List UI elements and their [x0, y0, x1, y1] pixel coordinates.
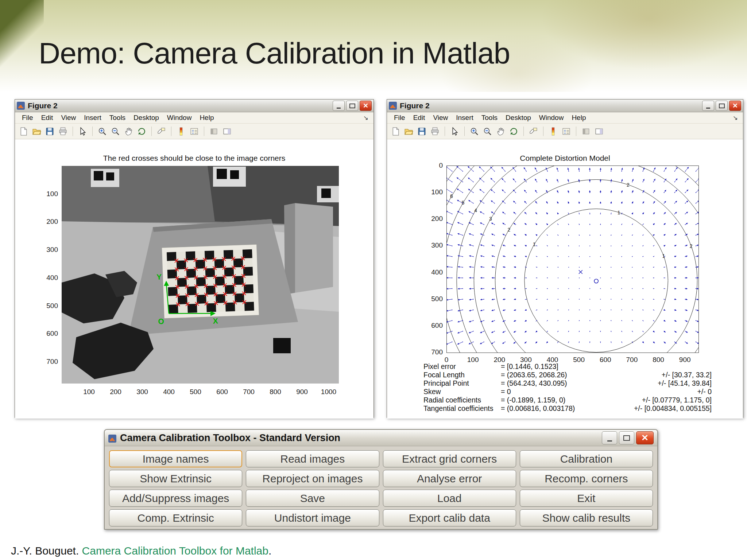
data-cursor-icon[interactable]: [527, 125, 539, 137]
toolbox-button-comp-extrinsic[interactable]: Comp. Extrinsic: [109, 509, 242, 526]
toolbar-separator: [464, 127, 465, 136]
menu-insert[interactable]: Insert: [80, 113, 105, 122]
figure-palette-icon[interactable]: [580, 125, 592, 137]
menu-insert[interactable]: Insert: [452, 113, 477, 122]
citation-prefix: J.-Y. Bouguet.: [11, 545, 82, 557]
close-button[interactable]: ✕: [360, 101, 372, 111]
figure-palette-icon[interactable]: [208, 125, 220, 137]
toolbox-button-export-calib-data[interactable]: Export calib data: [383, 509, 516, 526]
toolbar-separator: [73, 127, 73, 136]
print-figure-icon[interactable]: [429, 125, 441, 137]
contour-label: 1: [618, 210, 620, 215]
toolbox-button-recomp-corners[interactable]: Recomp. corners: [520, 470, 653, 487]
dock-arrow-icon[interactable]: ↘: [733, 114, 740, 122]
save-figure-icon[interactable]: [44, 125, 56, 137]
rotate-3d-icon[interactable]: [136, 125, 148, 137]
maximize-button[interactable]: [346, 101, 358, 111]
contour-label: 4: [474, 207, 477, 213]
open-file-icon[interactable]: [403, 125, 415, 137]
save-figure-icon[interactable]: [416, 125, 428, 137]
x-axis-tick-label: 900: [291, 388, 313, 396]
toolbox-button-add-suppress-images[interactable]: Add/Suppress images: [109, 490, 242, 507]
figure-window-left: Figure 2 ✕ FileEditViewInsertToolsDeskto…: [15, 99, 374, 418]
zoom-out-icon[interactable]: [109, 125, 121, 137]
new-figure-icon[interactable]: [18, 125, 30, 137]
insert-colorbar-icon[interactable]: [547, 125, 559, 137]
plot-region-calibration-image: The red crosses should be close to the i…: [15, 139, 374, 419]
zoom-out-icon[interactable]: [481, 125, 494, 137]
toolbox-button-image-names[interactable]: Image names: [109, 450, 242, 467]
menu-tools[interactable]: Tools: [105, 113, 129, 122]
pan-icon[interactable]: [495, 125, 507, 137]
new-figure-icon[interactable]: [390, 125, 402, 137]
close-button[interactable]: ✕: [729, 101, 741, 111]
menu-file[interactable]: File: [18, 113, 37, 122]
contour-line: [446, 166, 699, 353]
plot-browser-icon[interactable]: [593, 125, 605, 137]
toolbox-button-show-extrinsic[interactable]: Show Extrinsic: [109, 470, 242, 487]
calibration-photo: OXY: [62, 166, 339, 384]
titlebar[interactable]: Figure 2 ✕: [387, 100, 743, 112]
toolbox-button-extract-grid-corners[interactable]: Extract grid corners: [383, 450, 516, 467]
toolbox-button-exit[interactable]: Exit: [520, 490, 653, 507]
toolbox-button-load[interactable]: Load: [383, 490, 516, 507]
x-axis-tick-label: 200: [488, 356, 510, 364]
maximize-button[interactable]: [619, 431, 634, 444]
toolbar-separator: [171, 127, 171, 136]
maximize-button[interactable]: [716, 101, 728, 111]
principal-point-circle: [594, 279, 598, 283]
data-cursor-icon[interactable]: [155, 125, 167, 137]
zoom-in-icon[interactable]: [468, 125, 480, 137]
edit-plot-icon[interactable]: [77, 125, 89, 137]
zoom-in-icon[interactable]: [96, 125, 108, 137]
titlebar[interactable]: Figure 2 ✕: [15, 100, 374, 112]
menu-view[interactable]: View: [429, 113, 452, 122]
minimize-button[interactable]: [333, 101, 345, 111]
matlab-toolbox-icon: [108, 434, 116, 442]
menu-desktop[interactable]: Desktop: [502, 113, 535, 122]
insert-legend-icon[interactable]: [560, 125, 572, 137]
menu-help[interactable]: Help: [196, 113, 218, 122]
menu-file[interactable]: File: [390, 113, 409, 122]
minimize-button[interactable]: [702, 101, 714, 111]
edit-plot-icon[interactable]: [449, 125, 461, 137]
menubar: FileEditViewInsertToolsDesktopWindowHelp…: [15, 112, 374, 124]
toolbox-button-analyse-error[interactable]: Analyse error: [383, 470, 516, 487]
y-axis-tick-label: 200: [421, 215, 443, 223]
footer-link[interactable]: Camera Calibration Toolbox for Matlab: [82, 545, 268, 557]
menu-help[interactable]: Help: [568, 113, 590, 122]
print-figure-icon[interactable]: [57, 125, 69, 137]
stat-row: Focal Length= (2063.65, 2068.26)+/- [30.…: [423, 371, 712, 379]
insert-legend-icon[interactable]: [188, 125, 200, 137]
pan-icon[interactable]: [123, 125, 135, 137]
stat-pm-4: +/- [0.07779, 1.175, 0]: [642, 396, 712, 404]
minimize-button[interactable]: [602, 431, 617, 444]
rotate-3d-icon[interactable]: [508, 125, 520, 137]
toolbox-button-show-calib-results[interactable]: Show calib results: [520, 509, 653, 526]
menu-window[interactable]: Window: [535, 113, 568, 122]
menu-window[interactable]: Window: [163, 113, 196, 122]
contour-label: 1: [662, 253, 665, 259]
contour-label: 6: [450, 193, 453, 199]
menu-edit[interactable]: Edit: [409, 113, 429, 122]
close-button[interactable]: ✕: [636, 431, 654, 444]
x-axis-tick-label: 400: [158, 388, 180, 396]
slide-root: Demo: Camera Calibration in Matlab Figur…: [0, 0, 747, 560]
menu-desktop[interactable]: Desktop: [129, 113, 163, 122]
window-title: Figure 2: [28, 101, 333, 110]
toolbox-button-save[interactable]: Save: [246, 490, 379, 507]
toolbox-button-read-images[interactable]: Read images: [246, 450, 379, 467]
toolbox-button-undistort-image[interactable]: Undistort image: [246, 509, 379, 526]
plot-browser-icon[interactable]: [221, 125, 233, 137]
titlebar[interactable]: Camera Calibration Toolbox - Standard Ve…: [105, 430, 657, 446]
toolbox-button-reproject-on-images[interactable]: Reproject on images: [246, 470, 379, 487]
menu-view[interactable]: View: [57, 113, 80, 122]
toolbox-button-calibration[interactable]: Calibration: [520, 450, 653, 467]
open-file-icon[interactable]: [31, 125, 43, 137]
menu-edit[interactable]: Edit: [37, 113, 57, 122]
insert-colorbar-icon[interactable]: [175, 125, 187, 137]
dock-arrow-icon[interactable]: ↘: [363, 114, 371, 122]
contour-label: 2: [627, 182, 630, 188]
menu-tools[interactable]: Tools: [477, 113, 502, 122]
contour-line: [457, 166, 699, 353]
